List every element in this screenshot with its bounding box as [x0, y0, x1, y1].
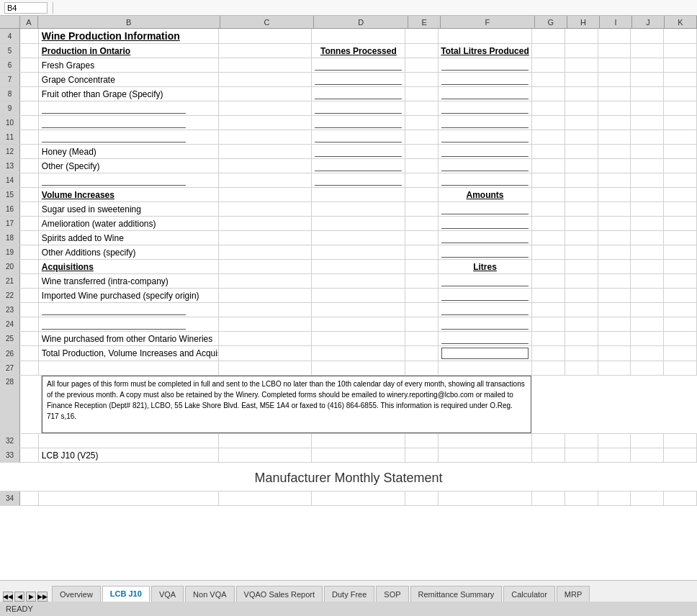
table-row: 18 Spirits added to Wine	[0, 231, 697, 245]
table-row: 7 Grape Concentrate	[0, 73, 697, 87]
cell-5j[interactable]	[631, 44, 664, 58]
cell-21b[interactable]: Wine transferred (intra-company)	[39, 274, 219, 288]
col-a-header: A	[20, 16, 38, 28]
cell-5a[interactable]	[20, 44, 39, 58]
table-row: 5 Production in Ontario Tonnes Processed…	[0, 44, 697, 58]
col-d-header: D	[314, 16, 408, 28]
status-bar: READY	[0, 602, 697, 616]
cell-18b-spirits[interactable]: Spirits added to Wine	[39, 231, 219, 245]
cell-19b[interactable]: Other Additions (specify)	[39, 245, 219, 259]
tab-overview[interactable]: Overview	[52, 586, 101, 602]
cell-5k[interactable]	[664, 44, 697, 58]
cell-4b-title[interactable]: Wine Production Information	[39, 29, 219, 43]
table-row: 25 Wine purchased from other Ontario Win…	[0, 332, 697, 346]
last-sheet-arrow[interactable]: ▶▶	[37, 592, 48, 602]
table-row: 8 Fruit other than Grape (Specify)	[0, 87, 697, 101]
cell-7b[interactable]: Grape Concentrate	[39, 73, 219, 86]
cell-5g[interactable]	[532, 44, 565, 58]
table-row: 34	[0, 492, 697, 506]
tab-vqao-sales-report[interactable]: VQAO Sales Report	[236, 586, 323, 602]
notice-text: All four pages of this form must be comp…	[42, 376, 531, 433]
tab-remittance-summary[interactable]: Remittance Summary	[410, 586, 503, 602]
next-sheet-arrow[interactable]: ▶	[26, 592, 36, 602]
name-box[interactable]	[4, 2, 48, 14]
col-k-header: K	[665, 16, 697, 28]
tab-calculator[interactable]: Calculator	[503, 586, 555, 602]
table-row: 22 Imported Wine purchased (specify orig…	[0, 289, 697, 303]
tab-vqa[interactable]: VQA	[151, 586, 184, 602]
col-h-header: H	[567, 16, 600, 28]
table-row: 12 Honey (Mead)	[0, 145, 697, 159]
cell-13b[interactable]: Other (Specify)	[39, 159, 219, 173]
sheet-nav-arrows[interactable]: ◀◀ ◀ ▶ ▶▶	[0, 592, 50, 602]
col-e-header: E	[408, 16, 441, 28]
col-i-header: I	[600, 16, 632, 28]
formula-bar	[0, 0, 697, 16]
col-j-header: J	[632, 16, 665, 28]
col-f-header: F	[441, 16, 535, 28]
tab-non-vqa[interactable]: Non VQA	[185, 586, 234, 602]
cell-4j[interactable]	[631, 29, 664, 43]
cell-5d-tonnes[interactable]: Tonnes Processed	[312, 44, 405, 58]
table-row: 17 Amelioration (water additions)	[0, 217, 697, 231]
cell-4g[interactable]	[532, 29, 565, 43]
cell-17b[interactable]: Amelioration (water additions)	[39, 217, 219, 230]
cell-15b[interactable]: Volume Increases	[39, 188, 219, 201]
cell-26b[interactable]: Total Production, Volume Increases and A…	[39, 346, 219, 361]
table-row: 13 Other (Specify)	[0, 159, 697, 173]
cell-4i[interactable]	[598, 29, 631, 43]
cell-5f-litres[interactable]: Total Litres Produced	[439, 44, 532, 58]
table-row: 10	[0, 116, 697, 130]
tab-mrp[interactable]: MRP	[557, 586, 590, 602]
cell-5c[interactable]	[219, 44, 312, 58]
cell-12b[interactable]: Honey (Mead)	[39, 145, 219, 158]
prev-sheet-arrow[interactable]: ◀	[14, 592, 24, 602]
ready-status: READY	[6, 604, 33, 613]
cell-6b[interactable]: Fresh Grapes	[39, 58, 219, 72]
manufacturer-title-row: Manufacturer Monthly Statement	[0, 463, 697, 492]
cell-4f[interactable]	[439, 29, 532, 43]
cell-33b[interactable]: LCB J10 (V25)	[39, 448, 219, 462]
table-row: 24	[0, 317, 697, 332]
table-row: 15 Volume Increases Amounts	[0, 188, 697, 202]
cell-15f[interactable]: Amounts	[439, 188, 532, 201]
row-num-4: 4	[0, 29, 20, 43]
cell-5b[interactable]: Production in Ontario	[39, 44, 219, 58]
cell-20f[interactable]: Litres	[439, 260, 532, 273]
sheet-tabs-bar: ◀◀ ◀ ▶ ▶▶ Overview LCB J10 VQA Non VQA V…	[0, 580, 697, 602]
tab-lcb-j10[interactable]: LCB J10	[102, 586, 150, 602]
cell-22b[interactable]: Imported Wine purchased (specify origin)	[39, 289, 219, 302]
cell-4c[interactable]	[219, 29, 312, 43]
table-row: 16 Sugar used in sweetening	[0, 202, 697, 217]
table-row: 32	[0, 434, 697, 448]
table-row: 14	[0, 173, 697, 188]
cell-5e[interactable]	[405, 44, 439, 58]
cell-16b[interactable]: Sugar used in sweetening	[39, 202, 219, 216]
notice-row: 28 All four pages of this form must be c…	[0, 376, 697, 434]
column-headers: A B C D E F G H I J K	[0, 16, 697, 29]
tab-sop[interactable]: SOP	[376, 586, 408, 602]
cell-5i[interactable]	[598, 44, 631, 58]
cell-20b[interactable]: Acquisitions	[39, 260, 219, 273]
cell-4h[interactable]	[565, 29, 598, 43]
first-sheet-arrow[interactable]: ◀◀	[3, 592, 13, 602]
manufacturer-title: Manufacturer Monthly Statement	[0, 463, 697, 491]
formula-divider	[53, 2, 53, 14]
table-row: 23	[0, 303, 697, 317]
table-row: 21 Wine transferred (intra-company)	[0, 274, 697, 289]
tab-duty-free[interactable]: Duty Free	[324, 586, 374, 602]
col-b-header: B	[38, 16, 220, 28]
corner-cell	[0, 16, 20, 28]
cell-8b[interactable]: Fruit other than Grape (Specify)	[39, 87, 219, 101]
cell-4d[interactable]	[312, 29, 405, 43]
cell-5h[interactable]	[565, 44, 598, 58]
cell-25b[interactable]: Wine purchased from other Ontario Wineri…	[39, 332, 219, 345]
cell-4e[interactable]	[405, 29, 439, 43]
cell-4k[interactable]	[664, 29, 697, 43]
spreadsheet: A B C D E F G H I J K 4 Wine Production …	[0, 16, 697, 580]
table-row: 20 Acquisitions Litres	[0, 260, 697, 274]
table-row: 26 Total Production, Volume Increases an…	[0, 346, 697, 361]
cell-4a[interactable]	[20, 29, 39, 43]
table-row: 33 LCB J10 (V25)	[0, 448, 697, 463]
table-row: 4 Wine Production Information	[0, 29, 697, 44]
